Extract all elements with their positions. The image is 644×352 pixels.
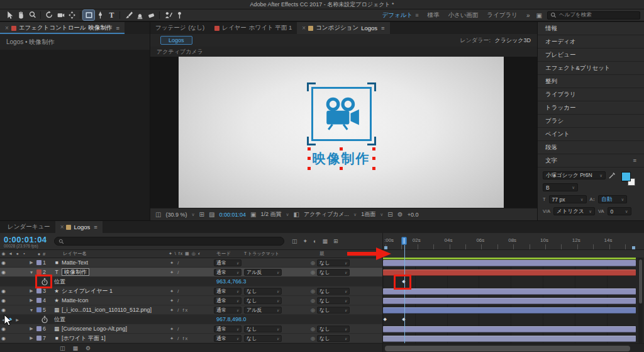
track-matte-select[interactable]: なし∨: [244, 326, 282, 332]
selection-handle[interactable]: [372, 157, 375, 160]
workspace-tab-2[interactable]: 小さい画面: [448, 11, 478, 20]
layer-switches[interactable]: ✦ / fx: [169, 307, 214, 313]
time-ruler[interactable]: :00s02s04s06s08s10s12s14s: [383, 233, 644, 250]
track-matte-column-header[interactable]: T トラックマット: [244, 251, 284, 257]
tab-composition[interactable]: × コンポジション Logos ≡: [297, 22, 389, 34]
shy-icon[interactable]: ◐: [313, 238, 316, 244]
brush-tool-button[interactable]: [123, 10, 134, 20]
selection-handle[interactable]: [340, 147, 343, 150]
layer-row-1[interactable]: ◉▶1■Matte-Text✦ /通常∨◎なし∨: [0, 258, 382, 268]
layer-row-4[interactable]: ◉▶4★Matte-Icon✦ /通常∨なし∨◎なし∨: [0, 296, 382, 305]
preview-time-display[interactable]: 0:00:01:04: [219, 212, 246, 218]
pickwhip-icon[interactable]: ◎: [311, 307, 315, 313]
3d-view-select[interactable]: アクティブカメ...: [304, 210, 349, 219]
rectangle-tool-button[interactable]: [83, 10, 94, 20]
tab-effect-controls[interactable]: × エフェクトコントロール 映像制作 ≡: [0, 22, 125, 34]
expand-toggle[interactable]: ▶: [28, 326, 35, 331]
tracking-select[interactable]: 0 ∨: [608, 207, 631, 215]
pickwhip-icon[interactable]: ◎: [311, 326, 315, 332]
layer-name[interactable]: Matte-Icon: [62, 297, 169, 304]
eyedropper-icon[interactable]: [609, 172, 616, 179]
expand-toggle[interactable]: ▼: [28, 270, 35, 275]
property-value[interactable]: 963.4,766.3: [216, 278, 247, 285]
work-area-bar[interactable]: [383, 258, 636, 259]
layer-name-column-header[interactable]: レイヤー名: [62, 251, 169, 257]
rotate-tool-button[interactable]: [43, 10, 55, 20]
layer-row-2[interactable]: ◉▼2T映像制作✦ /通常∨アル反∨◎なし∨: [0, 268, 382, 277]
tab-render-queue[interactable]: レンダーキュー: [3, 221, 55, 233]
expand-toggle[interactable]: ▼: [28, 308, 35, 312]
label-chip[interactable]: [36, 260, 42, 265]
selection-handle[interactable]: [372, 167, 375, 170]
mode-select[interactable]: 通常∨: [214, 335, 242, 342]
mode-select[interactable]: 通常∨: [214, 326, 242, 332]
work-area-end-handle[interactable]: [632, 246, 635, 249]
workspace-tab-1[interactable]: 標準: [427, 11, 439, 20]
pickwhip-icon[interactable]: ◎: [311, 298, 315, 304]
eye-icon[interactable]: ◉: [0, 307, 7, 313]
pickwhip-icon[interactable]: ◎: [311, 270, 315, 275]
mini-flowchart-icon[interactable]: ⊟: [387, 211, 392, 218]
solo-icon[interactable]: ●: [14, 251, 21, 256]
monitor-icon[interactable]: ◫: [155, 211, 161, 218]
frame-blend-icon[interactable]: ▦: [323, 238, 328, 244]
selection-handle[interactable]: [372, 147, 375, 150]
track-matte-select[interactable]: アル反∨: [244, 307, 282, 314]
layer-duration-bar[interactable]: [383, 336, 636, 342]
keyframe-icon[interactable]: ◆: [384, 317, 387, 322]
current-time-display[interactable]: 0:00:01:04: [4, 235, 54, 244]
layer-name[interactable]: Matte-Text: [62, 259, 169, 266]
eye-icon[interactable]: ◉: [0, 336, 7, 341]
selection-handle[interactable]: [340, 167, 343, 170]
expand-layer-switches-icon[interactable]: ◫: [60, 345, 65, 351]
selection-handle[interactable]: [308, 147, 311, 150]
clone-stamp-tool-button[interactable]: [134, 10, 145, 20]
workspace-overflow-button[interactable]: »: [526, 12, 530, 19]
panel-menu-icon[interactable]: ≡: [381, 25, 385, 31]
resolution-select[interactable]: 1/2 画質: [260, 210, 281, 219]
composition-viewer[interactable]: 映像制作: [150, 57, 537, 208]
panel-menu-icon[interactable]: ≡: [116, 25, 120, 31]
eye-icon[interactable]: ◉: [0, 251, 7, 256]
layer-row-5[interactable]: ◉▼5▦[_i_ico...011_icon_110110_512.png]✦ …: [0, 305, 382, 315]
tab-timeline-logos[interactable]: × Logos ≡: [55, 221, 103, 233]
property-value[interactable]: 967.8,498.0: [216, 316, 247, 322]
view-layout-select[interactable]: 1画面: [361, 210, 375, 219]
panel-header-7[interactable]: ブラシ: [538, 115, 644, 128]
layer-row-7[interactable]: ◉▶7■[ホワイト 平面 1]✦ / fx通常∨なし∨◎なし∨: [0, 334, 382, 343]
layer-duration-bar[interactable]: [383, 270, 636, 276]
sync-settings-icon[interactable]: ▣: [536, 12, 542, 19]
track-matte-select[interactable]: なし∨: [244, 288, 282, 295]
leading-select[interactable]: 自動 ∨: [598, 195, 627, 203]
parent-select[interactable]: なし∨: [317, 269, 350, 276]
layer-duration-bar[interactable]: [383, 307, 636, 314]
renderer-button[interactable]: クラシック3D: [494, 37, 531, 43]
layer-switches[interactable]: ✦ /: [169, 298, 214, 304]
workspace-tab-3[interactable]: ライブラリ: [487, 11, 518, 20]
layer-switches[interactable]: ✦ / fx: [169, 336, 214, 341]
mode-column-header[interactable]: モード: [214, 251, 244, 257]
panel-header-0[interactable]: 情報: [538, 22, 644, 35]
speaker-icon[interactable]: ◄: [7, 251, 14, 256]
label-chip[interactable]: [36, 288, 42, 293]
workspace-menu-icon[interactable]: ≡: [415, 12, 418, 18]
playhead-handle[interactable]: [401, 237, 407, 245]
panel-header-8[interactable]: ペイント: [538, 128, 644, 141]
parent-select[interactable]: なし∨: [317, 326, 350, 332]
layer-duration-bar[interactable]: [383, 260, 636, 266]
roto-brush-tool-button[interactable]: [162, 10, 174, 20]
timeline-search-input[interactable]: [54, 237, 284, 246]
close-icon[interactable]: ×: [60, 224, 64, 230]
layer-name[interactable]: シェイプレイヤー 1: [62, 287, 169, 295]
panel-header-6[interactable]: トラッカー: [538, 101, 644, 115]
puppet-pin-tool-button[interactable]: [174, 10, 185, 20]
mode-select[interactable]: 通常∨: [214, 297, 242, 304]
motion-blur-icon[interactable]: ⊞: [333, 238, 338, 244]
layer-name[interactable]: [_i_ico...011_icon_110110_512.png]: [62, 307, 169, 313]
help-search-input[interactable]: ヘルプを検索: [547, 11, 640, 20]
eye-icon[interactable]: ◉: [0, 270, 7, 275]
panel-header-10[interactable]: 文字≡: [538, 154, 644, 167]
expand-toggle[interactable]: ▶: [28, 260, 35, 265]
tab-footage[interactable]: フッテージ (なし): [150, 22, 209, 34]
parent-select[interactable]: なし∨: [317, 297, 350, 304]
